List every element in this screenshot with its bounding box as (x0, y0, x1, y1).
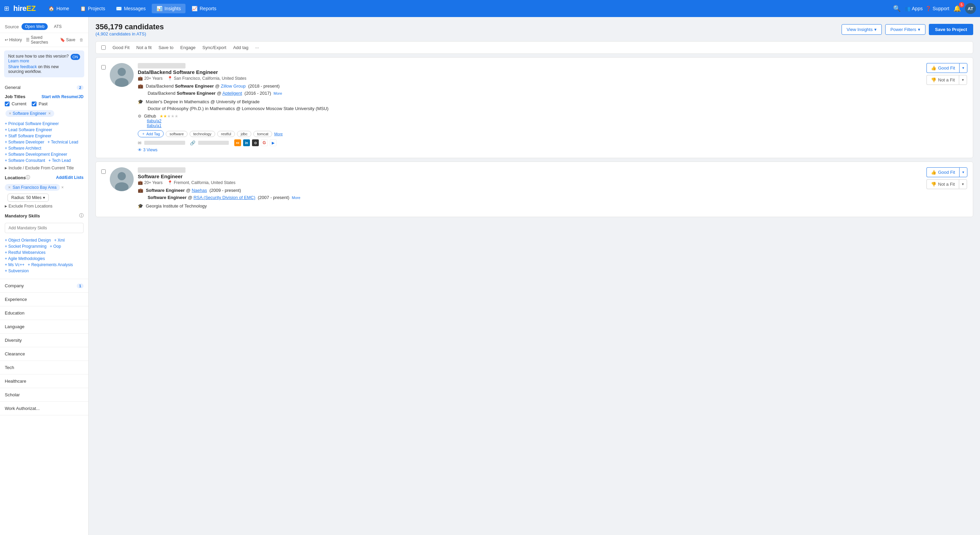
save-button[interactable]: 🔖 Save (60, 38, 75, 42)
work-auth-section-header[interactable]: Work Authorizat... (0, 402, 88, 415)
linkedin-icon[interactable]: in (243, 140, 250, 146)
views-count[interactable]: 👁 3 Views (138, 148, 922, 152)
past-checkbox[interactable] (32, 102, 37, 106)
search-icon[interactable]: 🔍 (892, 3, 902, 14)
play-icon[interactable]: ▶ (270, 140, 277, 146)
user-avatar[interactable]: AT (965, 3, 976, 14)
company-zillow-link[interactable]: Zillow Group (221, 84, 245, 89)
radius-selector[interactable]: Radius: 50 Miles ▾ (8, 194, 49, 202)
not-fit-dropdown[interactable]: ▾ (959, 75, 967, 85)
suggestion-staff-se[interactable]: Staff Software Engineer (5, 133, 51, 138)
education-section-header[interactable]: Education (0, 306, 88, 320)
start-with-resume-jd-link[interactable]: Start with Resume/JD (41, 94, 84, 99)
skill-restful[interactable]: Restful Webservices (5, 250, 46, 255)
skill-socket[interactable]: Socket Programming (5, 244, 46, 249)
power-filters-button[interactable]: Power Filters ▾ (885, 24, 926, 35)
suggestion-lead-se[interactable]: Lead Software Engineer (5, 127, 52, 132)
support-button[interactable]: ❓ Support (926, 6, 949, 11)
location-x-icon[interactable]: × (8, 185, 11, 190)
suggestion-tech-lead2[interactable]: Tech Lead (48, 158, 71, 163)
skill-msvc[interactable]: Ms Vc++ (5, 262, 25, 267)
skill-xml[interactable]: Xml (54, 238, 65, 243)
company-section-header[interactable]: Company 1 (0, 279, 88, 292)
tag-x-icon[interactable]: × (9, 111, 11, 116)
location-tag[interactable]: × San Francisco Bay Area (5, 184, 60, 191)
suggestion-sw-dev[interactable]: Software Developer (5, 140, 45, 144)
candidate-checkbox[interactable] (101, 65, 106, 70)
add-tag-button[interactable]: ＋ Add Tag (138, 130, 164, 137)
good-fit-button[interactable]: 👍 Good Fit (926, 63, 959, 73)
nav-home[interactable]: 🏠 Home (44, 4, 74, 13)
add-edit-lists-link[interactable]: Add/Edit Lists (56, 175, 84, 180)
bulk-more[interactable]: ··· (255, 45, 259, 50)
exclude-from-locations-toggle[interactable]: Exclude From Locations (5, 204, 84, 208)
toggle-button[interactable]: ON (71, 54, 81, 60)
skill-req-analysis[interactable]: Requirements Analysis (28, 262, 73, 267)
tag-x2-icon[interactable]: × (48, 111, 51, 116)
work-more-link[interactable]: More (274, 91, 282, 95)
github-social-icon[interactable]: ⊙ (252, 140, 259, 146)
tech-section-header[interactable]: Tech (0, 361, 88, 374)
delete-icon[interactable]: 🗑 (80, 38, 84, 42)
good-fit-dropdown[interactable]: ▾ (959, 63, 967, 73)
ez-icon[interactable]: ez (234, 140, 241, 146)
suggestion-sw-consultant[interactable]: Software Consultant (5, 158, 45, 163)
clearance-section-header[interactable]: Clearance (0, 347, 88, 360)
general-section-header[interactable]: General 2 (0, 81, 88, 94)
skill-agile[interactable]: Agile Methodologies (5, 256, 45, 261)
nav-reports[interactable]: 📈 Reports (187, 4, 221, 13)
source-open-web[interactable]: Open Web (21, 23, 48, 30)
saved-searches-button[interactable]: ☰ Saved Searches (26, 35, 56, 44)
candidate-title[interactable]: Software Engineer (138, 173, 922, 179)
healthcare-section-header[interactable]: Healthcare (0, 375, 88, 388)
view-insights-button[interactable]: View Insights ▾ (842, 24, 882, 35)
grid-icon[interactable]: ⊞ (4, 5, 9, 12)
tags-more-link[interactable]: More (274, 132, 283, 136)
ats-count[interactable]: (4,902 candidates in ATS) (95, 31, 164, 37)
company-rsa-link[interactable]: RSA (Security Division of EMC) (193, 195, 255, 200)
diversity-section-header[interactable]: Diversity (0, 333, 88, 347)
skill-oop[interactable]: Oop (50, 244, 61, 249)
candidate-title[interactable]: Data/Backend Software Engineer (138, 69, 922, 75)
bulk-add-tag[interactable]: Add tag (233, 45, 248, 50)
nav-insights[interactable]: 📊 Insights (152, 4, 186, 13)
scholar-section-header[interactable]: Scholar (0, 388, 88, 402)
suggestion-principal-se[interactable]: Principal Software Engineer (5, 121, 59, 126)
source-ats[interactable]: ATS (51, 23, 65, 30)
bulk-save-to[interactable]: Save to (159, 45, 173, 50)
work-more-link[interactable]: More (292, 195, 301, 200)
google-icon[interactable]: G (261, 140, 268, 146)
not-fit-button[interactable]: 👎 Not a Fit (926, 75, 959, 85)
bulk-sync-export[interactable]: Sync/Export (202, 45, 226, 50)
good-fit-dropdown[interactable]: ▾ (959, 167, 967, 177)
apps-button[interactable]: 👥 Apps (905, 6, 923, 11)
locations-info-icon[interactable]: ⓘ (25, 175, 30, 181)
notifications-button[interactable]: 🔔 5 (952, 3, 962, 14)
experience-section-header[interactable]: Experience (0, 293, 88, 306)
not-fit-dropdown[interactable]: ▾ (959, 179, 967, 189)
include-exclude-toggle[interactable]: Include / Exclude From Current Title (5, 166, 84, 170)
share-feedback-link[interactable]: Share feedback (8, 64, 37, 69)
language-section-header[interactable]: Language (0, 320, 88, 333)
history-button[interactable]: ↩ History (5, 38, 22, 42)
job-title-tag[interactable]: × Software Engineer × (5, 110, 54, 117)
suggestion-sw-dev-eng[interactable]: Software Development Engineer (5, 152, 67, 157)
learn-more-link[interactable]: Learn more (8, 59, 29, 64)
not-fit-button[interactable]: 👎 Not a Fit (926, 179, 959, 189)
bulk-good-fit[interactable]: Good Fit (113, 45, 130, 50)
bulk-not-fit[interactable]: Not a fit (137, 45, 152, 50)
select-all-checkbox[interactable] (101, 45, 106, 50)
good-fit-button[interactable]: 👍 Good Fit (926, 167, 959, 177)
candidate-checkbox[interactable] (101, 169, 106, 174)
github-link-1[interactable]: tlabu/a2 (147, 119, 162, 123)
nav-messages[interactable]: ✉️ Messages (111, 4, 150, 13)
nav-projects[interactable]: 📋 Projects (75, 4, 110, 13)
github-link-2[interactable]: tlabu/a1 (147, 123, 162, 128)
save-to-project-button[interactable]: Save to Project (929, 24, 973, 35)
suggestion-tech-lead[interactable]: Technical Lead (48, 140, 78, 144)
mandatory-skills-input[interactable] (5, 223, 84, 233)
location-clear-icon[interactable]: × (61, 185, 64, 190)
bulk-engage[interactable]: Engage (180, 45, 196, 50)
skill-ood[interactable]: Object Oriented Design (5, 238, 51, 243)
mandatory-skills-info-icon[interactable]: ⓘ (79, 213, 84, 219)
